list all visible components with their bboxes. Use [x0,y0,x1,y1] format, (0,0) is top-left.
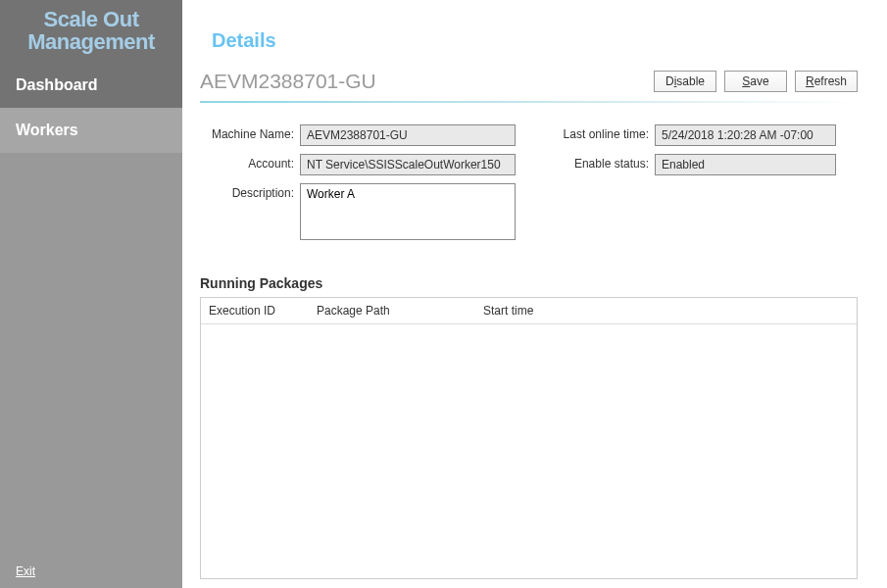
form-col-right: Last online time: 5/24/2018 1:20:28 AM -… [555,124,858,240]
row-enable-status: Enable status: Enabled [555,154,858,175]
field-last-online: 5/24/2018 1:20:28 AM -07:00 [655,124,836,146]
sidebar-item-label: Workers [16,122,78,138]
machine-title: AEVM2388701-GU [200,70,376,93]
form-area: Machine Name: AEVM2388701-GU Account: NT… [182,103,887,240]
btn-pre: D [665,74,674,88]
app-title-line1: Scale Out [4,8,178,30]
disable-button[interactable]: Disable [654,71,716,92]
app-title-line2: Management [4,30,178,53]
btn-post: ave [750,74,768,88]
col-package-path[interactable]: Package Path [309,298,475,323]
label-machine-name: Machine Name: [200,124,294,141]
refresh-button[interactable]: Refresh [795,71,858,92]
header-actions: Disable Save Refresh [654,71,858,92]
app-root: Scale Out Management Dashboard Workers E… [0,0,887,588]
btn-ul: R [806,74,814,88]
sidebar: Scale Out Management Dashboard Workers E… [0,0,182,588]
save-button[interactable]: Save [724,71,787,92]
table-header: Execution ID Package Path Start time [201,298,857,324]
col-start-time[interactable]: Start time [475,298,857,323]
btn-post: efresh [814,74,847,88]
row-last-online: Last online time: 5/24/2018 1:20:28 AM -… [555,124,858,146]
field-account: NT Service\SSISScaleOutWorker150 [300,154,516,175]
label-last-online: Last online time: [555,124,649,141]
sidebar-items: Dashboard Workers [0,63,182,153]
description-input[interactable]: Worker A [300,183,516,240]
exit-link[interactable]: Exit [16,564,35,578]
form-col-left: Machine Name: AEVM2388701-GU Account: NT… [200,124,516,240]
row-description: Description: Worker A [200,183,516,240]
header-row: AEVM2388701-GU Disable Save Refresh [182,60,887,97]
label-enable-status: Enable status: [555,154,649,171]
label-account: Account: [200,154,294,171]
label-description: Description: [200,183,294,200]
details-title: Details [182,0,887,60]
sidebar-item-workers[interactable]: Workers [0,108,182,153]
sidebar-item-label: Dashboard [16,76,98,93]
row-machine-name: Machine Name: AEVM2388701-GU [200,124,516,146]
running-packages-table: Execution ID Package Path Start time [200,297,858,579]
main-panel: Details AEVM2388701-GU Disable Save Refr… [182,0,887,588]
running-packages-title: Running Packages [182,240,887,297]
app-title: Scale Out Management [0,0,182,63]
row-account: Account: NT Service\SSISScaleOutWorker15… [200,154,516,175]
sidebar-item-dashboard[interactable]: Dashboard [0,63,182,108]
btn-post: sable [676,74,705,88]
col-execution-id[interactable]: Execution ID [201,298,309,323]
field-machine-name: AEVM2388701-GU [300,124,516,146]
sidebar-footer: Exit [0,554,182,588]
field-enable-status: Enabled [655,154,836,175]
